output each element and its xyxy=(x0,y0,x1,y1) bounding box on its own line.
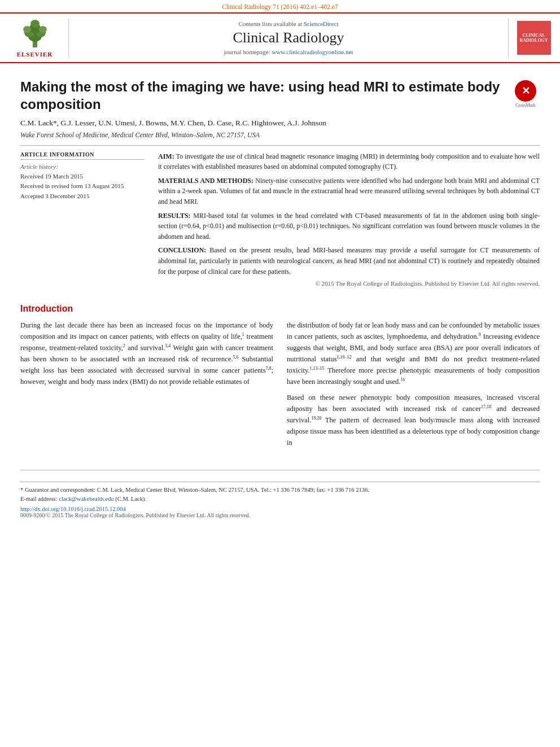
email-note: E-mail address: clack@wakehealth.edu (C.… xyxy=(20,495,540,504)
aim-label: AIM: xyxy=(158,152,174,160)
paper-title: Making the most of the imaging we have: … xyxy=(20,78,506,113)
crossmark-icon: ✕ xyxy=(522,85,530,97)
paper-title-row: Making the most of the imaging we have: … xyxy=(20,78,540,113)
journal-logo-right: CLINICALRADIOLOGY xyxy=(508,18,553,58)
intro-right-para2: Based on these newer phenotypic body com… xyxy=(287,392,540,448)
citation-bar: Clinical Radiology 71 (2016) 402.e1–402.… xyxy=(0,0,560,12)
intro-right-col: the distribution of body fat or lean bod… xyxy=(287,320,540,453)
results-label: RESULTS: xyxy=(158,212,191,220)
received-1: Received 19 March 2015 xyxy=(20,172,145,182)
received-2: Received in revised form 13 August 2015 xyxy=(20,181,145,191)
crossmark-circle: ✕ xyxy=(515,80,536,102)
journal-title: Clinical Radiology xyxy=(233,29,344,46)
sciencedirect-line: Contents lists available at ScienceDirec… xyxy=(238,20,338,27)
journal-logo-box: CLINICALRADIOLOGY xyxy=(517,21,551,55)
article-history-title: Article history: xyxy=(20,163,145,170)
intro-heading: Introduction xyxy=(20,304,540,314)
journal-homepage: journal homepage: www.clinicalradiologyo… xyxy=(224,49,353,55)
intro-right-para1: the distribution of body fat or lean bod… xyxy=(287,320,540,387)
elsevier-label: ELSEVIER xyxy=(17,51,53,58)
sciencedirect-link[interactable]: ScienceDirect xyxy=(304,20,339,27)
intro-left-col: During the last decade there has been an… xyxy=(20,320,273,453)
methods-label: MATERIALS AND METHODS: xyxy=(158,177,253,185)
intro-body: During the last decade there has been an… xyxy=(20,320,540,453)
abstract-col: AIM: To investigate the use of clinical … xyxy=(158,151,540,287)
conclusion-label: CONCLUSION: xyxy=(158,246,206,254)
main-content: Making the most of the imaging we have: … xyxy=(0,63,560,464)
bottom-footer: * Guarantor and correspondent: C.M. Lack… xyxy=(0,470,560,518)
abstract-results: RESULTS: MRI-based total fat volumes in … xyxy=(158,211,540,242)
doi-line[interactable]: http://dx.doi.org/10.1016/j.crad.2015.12… xyxy=(20,506,540,512)
svg-point-7 xyxy=(30,20,40,28)
intro-section: Introduction During the last decade ther… xyxy=(20,304,540,453)
affiliation: Wake Forest School of Medicine, Medical … xyxy=(20,131,540,139)
journal-header: ELSEVIER Contents lists available at Sci… xyxy=(0,12,560,63)
crossmark: ✕ CrossMark xyxy=(511,80,540,108)
crossmark-label: CrossMark xyxy=(515,103,536,108)
aim-text: To investigate the use of clinical head … xyxy=(158,152,540,171)
article-info-label: ARTICLE INFORMATION xyxy=(20,151,145,160)
article-info-col: ARTICLE INFORMATION Article history: Rec… xyxy=(20,151,145,287)
journal-center: Contents lists available at ScienceDirec… xyxy=(75,18,502,58)
footnote-divider xyxy=(20,470,540,470)
authors: C.M. Lack*, G.J. Lesser, U.N. Umesi, J. … xyxy=(20,117,540,129)
conclusion-text: Based on the present results, head MRI-b… xyxy=(158,246,540,275)
doi-link[interactable]: http://dx.doi.org/10.1016/j.crad.2015.12… xyxy=(20,506,126,512)
authors-text: C.M. Lack*, G.J. Lesser, U.N. Umesi, J. … xyxy=(20,119,326,127)
intro-left-para1: During the last decade there has been an… xyxy=(20,320,273,387)
abstract-section: ARTICLE INFORMATION Article history: Rec… xyxy=(20,151,540,287)
results-text: MRI-based total fat volumes in the head … xyxy=(158,212,540,241)
elsevier-logo: ELSEVIER xyxy=(7,18,69,58)
divider-1 xyxy=(20,145,540,146)
email-link[interactable]: clack@wakehealth.edu xyxy=(59,496,113,502)
svg-point-5 xyxy=(23,26,31,33)
homepage-link[interactable]: www.clinicalradiologyonline.net xyxy=(272,49,353,55)
abstract-methods: MATERIALS AND METHODS: Ninety-nine conse… xyxy=(158,176,540,207)
accepted-date: Accepted 3 December 2015 xyxy=(20,191,145,202)
citation-text: Clinical Radiology 71 (2016) 402.e1–402.… xyxy=(222,3,338,10)
abstract-conclusion: CONCLUSION: Based on the present results… xyxy=(158,245,540,277)
issn-line: 0009-9260/© 2015 The Royal College of Ra… xyxy=(20,512,540,518)
footnotes: * Guarantor and correspondent: C.M. Lack… xyxy=(20,482,540,518)
guarantor-note: * Guarantor and correspondent: C.M. Lack… xyxy=(20,486,540,495)
abstract-aim: AIM: To investigate the use of clinical … xyxy=(158,151,540,172)
copyright: © 2015 The Royal College of Radiologists… xyxy=(158,280,540,287)
email-person: (C.M. Lack). xyxy=(115,496,146,502)
svg-point-6 xyxy=(39,26,47,33)
email-label: E-mail address: xyxy=(20,496,58,502)
